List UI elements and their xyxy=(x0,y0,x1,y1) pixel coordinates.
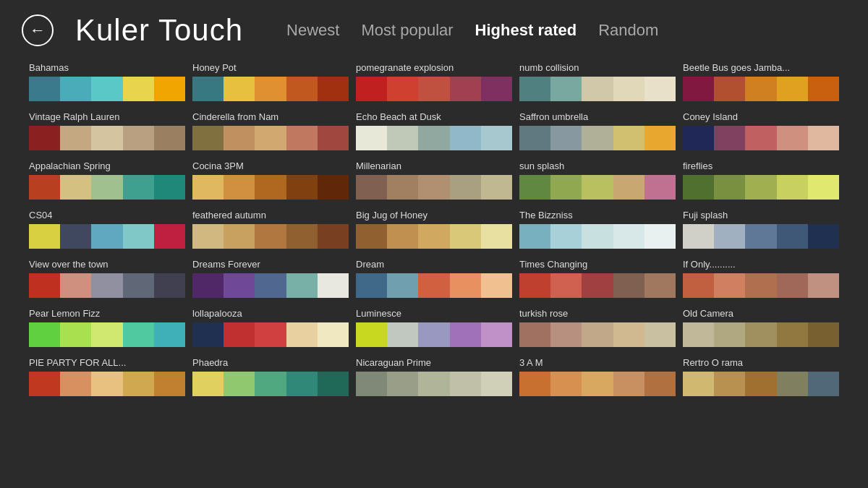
palette-item[interactable]: Beetle Bus goes Jamba... xyxy=(683,62,839,101)
palette-name: Big Jug of Honey xyxy=(356,210,512,221)
palette-item[interactable]: Honey Pot xyxy=(192,62,349,101)
palette-name: 3 A M xyxy=(519,357,676,368)
color-swatch xyxy=(550,273,582,298)
palette-swatches xyxy=(29,126,185,150)
palette-item[interactable]: Saffron umbrella xyxy=(519,111,676,150)
color-swatch xyxy=(582,126,613,150)
nav-most-popular[interactable]: Most popular xyxy=(361,21,453,40)
palette-swatches xyxy=(356,322,512,347)
color-swatch xyxy=(582,175,613,200)
palettes-grid: BahamasVintage Ralph LaurenAppalachian S… xyxy=(0,55,868,406)
color-swatch xyxy=(450,372,481,396)
palette-item[interactable]: Appalachian Spring xyxy=(29,160,185,200)
color-swatch xyxy=(286,224,318,249)
color-swatch xyxy=(192,322,224,347)
color-swatch xyxy=(808,175,839,200)
color-swatch xyxy=(683,126,714,150)
color-swatch xyxy=(777,273,808,298)
color-swatch xyxy=(777,224,808,249)
palette-item[interactable]: Cinderella from Nam xyxy=(192,111,349,150)
color-swatch xyxy=(450,126,481,150)
palette-item[interactable]: fireflies xyxy=(683,160,839,200)
palette-item[interactable]: Rertro O rama xyxy=(683,357,839,396)
palette-item[interactable]: Millenarian xyxy=(356,160,512,200)
palette-item[interactable]: lollapalooza xyxy=(192,308,349,347)
palette-item[interactable]: PIE PARTY FOR ALL... xyxy=(29,357,185,396)
palette-swatches xyxy=(519,372,676,396)
palette-swatches xyxy=(29,224,185,249)
color-swatch xyxy=(192,224,224,249)
palette-item[interactable]: Vintage Ralph Lauren xyxy=(29,111,185,150)
back-button[interactable] xyxy=(22,14,54,46)
color-swatch xyxy=(683,175,714,200)
palette-item[interactable]: Dream xyxy=(356,259,512,298)
color-swatch xyxy=(450,77,481,101)
palette-item[interactable]: The Bizzniss xyxy=(519,210,676,249)
nav-random[interactable]: Random xyxy=(598,21,658,40)
palette-item[interactable]: If Only.......... xyxy=(683,259,839,298)
color-swatch xyxy=(387,273,418,298)
color-swatch xyxy=(224,126,255,150)
palette-name: Honey Pot xyxy=(192,62,349,73)
palette-name: pomegranate explosion xyxy=(356,62,512,73)
nav-highest-rated[interactable]: Highest rated xyxy=(475,21,577,40)
color-swatch xyxy=(318,224,349,249)
palette-name: Nicaraguan Prime xyxy=(356,357,512,368)
color-swatch xyxy=(808,322,839,347)
palette-item[interactable]: Coney Island xyxy=(683,111,839,150)
color-swatch xyxy=(356,126,387,150)
palette-item[interactable]: numb collision xyxy=(519,62,676,101)
palette-item[interactable]: Times Changing xyxy=(519,259,676,298)
palette-item[interactable]: Bahamas xyxy=(29,62,185,101)
color-swatch xyxy=(418,273,449,298)
palette-name: Coney Island xyxy=(683,111,839,122)
color-swatch xyxy=(745,372,776,396)
palette-name: Appalachian Spring xyxy=(29,160,185,171)
color-swatch xyxy=(714,372,745,396)
color-swatch xyxy=(613,322,644,347)
nav-newest[interactable]: Newest xyxy=(286,21,339,40)
color-swatch xyxy=(387,322,418,347)
palette-item[interactable]: Big Jug of Honey xyxy=(356,210,512,249)
color-swatch xyxy=(777,322,808,347)
palette-item[interactable]: pomegranate explosion xyxy=(356,62,512,101)
color-swatch xyxy=(154,77,185,101)
color-swatch xyxy=(808,126,839,150)
color-swatch xyxy=(745,126,776,150)
palette-swatches xyxy=(29,175,185,200)
color-swatch xyxy=(418,322,449,347)
palette-item[interactable]: Fuji splash xyxy=(683,210,839,249)
color-swatch xyxy=(481,322,512,347)
palette-item[interactable]: Nicaraguan Prime xyxy=(356,357,512,396)
color-swatch xyxy=(450,175,481,200)
palette-name: Pear Lemon Fizz xyxy=(29,308,185,319)
palette-item[interactable]: Cocina 3PM xyxy=(192,160,349,200)
palette-item[interactable]: turkish rose xyxy=(519,308,676,347)
color-swatch xyxy=(519,175,550,200)
palette-item[interactable]: sun splash xyxy=(519,160,676,200)
palette-swatches xyxy=(356,77,512,101)
color-swatch xyxy=(60,273,91,298)
color-swatch xyxy=(387,175,418,200)
color-swatch xyxy=(613,273,644,298)
palette-item[interactable]: Pear Lemon Fizz xyxy=(29,308,185,347)
color-swatch xyxy=(29,175,60,200)
color-swatch xyxy=(714,322,745,347)
palette-swatches xyxy=(356,224,512,249)
color-swatch xyxy=(808,224,839,249)
palette-item[interactable]: Old Camera xyxy=(683,308,839,347)
color-swatch xyxy=(318,77,349,101)
palette-item[interactable]: Phaedra xyxy=(192,357,349,396)
color-swatch xyxy=(644,273,676,298)
palette-item[interactable]: View over the town xyxy=(29,259,185,298)
palette-item[interactable]: 3 A M xyxy=(519,357,676,396)
color-swatch xyxy=(91,273,122,298)
palette-item[interactable]: feathered autumn xyxy=(192,210,349,249)
palette-item[interactable]: Luminesce xyxy=(356,308,512,347)
header: Kuler Touch Newest Most popular Highest … xyxy=(0,0,868,55)
color-swatch xyxy=(123,372,154,396)
palette-swatches xyxy=(519,322,676,347)
palette-item[interactable]: CS04 xyxy=(29,210,185,249)
palette-item[interactable]: Dreams Forever xyxy=(192,259,349,298)
palette-item[interactable]: Echo Beach at Dusk xyxy=(356,111,512,150)
